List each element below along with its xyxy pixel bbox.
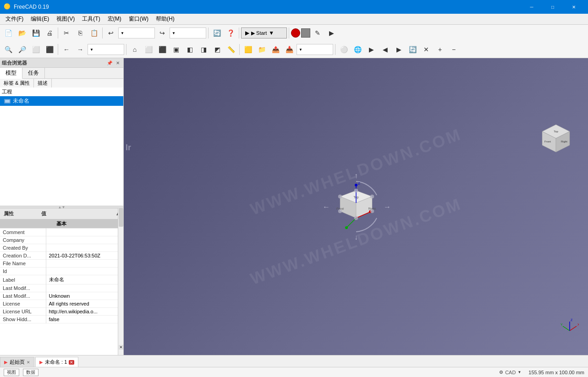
export-dropdown[interactable]: ▼: [297, 44, 333, 55]
front-view-button[interactable]: ⬜: [142, 43, 155, 56]
draw-style-button[interactable]: ⬜: [29, 43, 42, 56]
nav1-btn[interactable]: ⚪: [337, 43, 350, 56]
nav-stop-btn[interactable]: ✕: [420, 43, 433, 56]
nav2-btn[interactable]: 🌐: [351, 43, 364, 56]
prop-val-license[interactable]: All rights reserved: [46, 300, 123, 308]
menu-file[interactable]: 文件(F): [2, 14, 27, 24]
prop-row-last-modif1: Last Modif...: [0, 284, 123, 292]
nav-back-btn[interactable]: ◀: [379, 43, 391, 56]
svg-text:Top: Top: [554, 130, 558, 133]
prop-val-license-url[interactable]: http://en.wikipedia.o...: [46, 308, 123, 316]
undo-dropdown-arrow: ▼: [121, 31, 124, 35]
export2-btn[interactable]: 📥: [283, 43, 296, 56]
menu-help[interactable]: 帮助(H): [152, 14, 178, 24]
forward-button[interactable]: →: [74, 43, 87, 56]
open-button[interactable]: 📂: [16, 27, 28, 39]
prop-val-comment[interactable]: [46, 229, 123, 236]
panel-pin-button[interactable]: 📌: [106, 59, 113, 66]
selection-button[interactable]: ⬛: [43, 43, 56, 56]
prop-val-show-hidden[interactable]: false: [46, 316, 123, 323]
prop-val-last-modif2[interactable]: Unknown: [46, 292, 123, 300]
main-content: 组合浏览器 📌 ✕ 模型 任务 标签 & 属性 描述 工程: [0, 58, 588, 355]
export-btn[interactable]: 📤: [269, 43, 282, 56]
help-button[interactable]: ❓: [224, 27, 237, 39]
refresh-button[interactable]: 🔄: [210, 27, 223, 39]
props-scrollbar-thumb[interactable]: [119, 208, 123, 227]
svg-text:↑: ↑: [354, 172, 358, 180]
undo-button[interactable]: ↩: [104, 27, 117, 39]
cut-button[interactable]: ✂: [60, 27, 73, 39]
tab-unnamed[interactable]: ▶ 未命名 : 1 ✕: [35, 357, 78, 367]
prop-subtab-desc[interactable]: 描述: [34, 79, 52, 87]
panel-close-button[interactable]: ✕: [114, 59, 121, 66]
nav-refresh-btn[interactable]: 🔄: [406, 43, 419, 56]
prop-val-creation-date[interactable]: 2021-03-22T06:53:50Z: [46, 252, 123, 260]
zoom-fit-button[interactable]: 🔍: [2, 43, 15, 56]
prop-subtab-label[interactable]: 标签 & 属性: [0, 79, 34, 87]
prop-val-filename[interactable]: [46, 260, 123, 268]
macro-run-button[interactable]: ▶: [325, 27, 338, 39]
home-view-button[interactable]: ⌂: [128, 43, 141, 56]
copy-button[interactable]: ⎘: [74, 27, 87, 39]
save-button[interactable]: 💾: [29, 27, 42, 39]
menu-tools[interactable]: 工具(T): [78, 14, 104, 24]
prop-val-id[interactable]: [46, 268, 123, 275]
new-button[interactable]: 📄: [2, 27, 15, 39]
back-button[interactable]: ←: [60, 43, 73, 56]
prop-val-company[interactable]: [46, 236, 123, 244]
status-tab-data[interactable]: 数据: [23, 369, 38, 376]
right-view-button[interactable]: ▣: [170, 43, 182, 56]
redo-dropdown[interactable]: ▼: [170, 27, 206, 38]
redo-button[interactable]: ↪: [156, 27, 169, 39]
minimize-button[interactable]: ─: [521, 0, 542, 14]
status-tab-view[interactable]: 视图: [4, 369, 19, 376]
top-view-button[interactable]: ⬛: [156, 43, 169, 56]
menu-view[interactable]: 视图(V): [53, 14, 78, 24]
scroll-down-arrow[interactable]: ▼: [119, 345, 123, 350]
prop-val-last-modif1[interactable]: [46, 284, 123, 292]
nav-minus-btn[interactable]: −: [447, 43, 460, 56]
tab-start-close[interactable]: ✕: [27, 360, 30, 365]
nav-forward-btn[interactable]: ▶: [365, 43, 378, 56]
part-btn[interactable]: 🟨: [242, 43, 254, 56]
prop-key-license-url: License URL: [0, 308, 46, 316]
cad-dropdown-arrow[interactable]: ▼: [517, 370, 521, 374]
sep5: [289, 27, 289, 38]
svg-point-23: [354, 189, 358, 192]
measure-button[interactable]: 📏: [225, 43, 237, 56]
folder-btn[interactable]: 📁: [255, 43, 268, 56]
macro-edit-button[interactable]: ✎: [311, 27, 324, 39]
macro-stop-button[interactable]: [301, 28, 310, 38]
menu-macro[interactable]: 宏(M): [104, 14, 125, 24]
props-scrollbar[interactable]: ▼: [118, 208, 123, 355]
bottom-tabs: ▶ 起始页 ✕ ▶ 未命名 : 1 ✕: [0, 355, 588, 367]
undo-dropdown[interactable]: ▼: [118, 27, 155, 38]
bottom-view-button[interactable]: ◨: [197, 43, 210, 56]
viewport[interactable]: WWW.WHELDOWN.COM WWW.WHELDOWN.COM Ir ↑ ↓…: [124, 58, 588, 355]
menu-edit[interactable]: 编辑(E): [27, 14, 53, 24]
prop-row-filename: File Name: [0, 260, 123, 268]
menu-window[interactable]: 窗口(W): [125, 14, 152, 24]
back-view-button[interactable]: ◧: [183, 43, 196, 56]
close-button[interactable]: ✕: [563, 0, 584, 14]
tab-task[interactable]: 任务: [22, 68, 45, 78]
paste-button[interactable]: 📋: [88, 27, 100, 39]
nav-right-btn[interactable]: ▶: [392, 43, 405, 56]
svg-text:Right: Right: [561, 140, 567, 143]
view-cube-navigator[interactable]: Top Front Right: [538, 122, 574, 160]
view-dropdown[interactable]: ▼: [88, 44, 124, 55]
prop-key-created-by: Created By: [0, 244, 46, 252]
tree-item-unnamed[interactable]: 未命名: [0, 96, 123, 106]
start-dropdown[interactable]: ▶ ▶ Start ▼: [241, 27, 287, 38]
maximize-button[interactable]: □: [542, 0, 563, 14]
nav-plus-btn[interactable]: +: [434, 43, 446, 56]
tab-start[interactable]: ▶ 起始页 ✕: [0, 357, 34, 367]
tab-model[interactable]: 模型: [0, 68, 22, 79]
macro-record-button[interactable]: [291, 28, 300, 38]
print-button[interactable]: 🖨: [43, 27, 56, 39]
left-view-button[interactable]: ◩: [211, 43, 224, 56]
prop-val-created-by[interactable]: [46, 244, 123, 252]
prop-val-label[interactable]: 未命名: [46, 275, 123, 284]
zoom-in-button[interactable]: 🔎: [16, 43, 28, 56]
tab-unnamed-close[interactable]: ✕: [69, 360, 74, 365]
